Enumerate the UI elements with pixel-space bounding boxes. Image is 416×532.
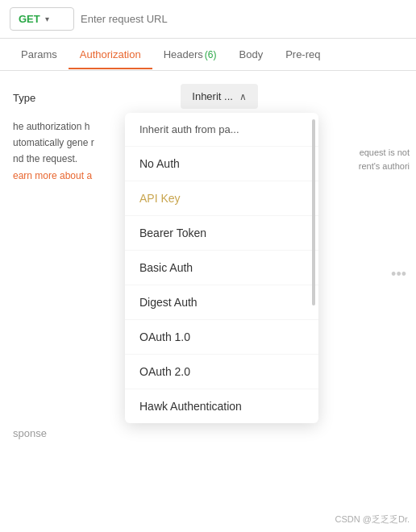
method-selector[interactable]: GET ▾ [10,7,74,31]
learn-more-link[interactable]: earn more about a [13,170,92,181]
right-text-line1: equest is not [326,146,410,160]
desc-line2: utomatically gene r [13,137,94,148]
auth-type-dropdown-menu: Inherit auth from pa... No Auth API Key … [125,113,318,423]
tab-prereq[interactable]: Pre-req [274,40,331,69]
response-label: sponse [13,427,47,439]
url-bar: GET ▾ [0,0,416,39]
dropdown-selected-text: Inherit ... [192,90,233,102]
dropdown-item-inherit[interactable]: Inherit auth from pa... [125,113,318,147]
method-chevron-icon: ▾ [45,15,49,23]
dropdown-item-api-key[interactable]: API Key [125,181,318,216]
tab-authorization[interactable]: Authorization [69,40,152,69]
right-info-area: equest is not rent's authori [319,139,416,179]
dropdown-item-oauth1[interactable]: OAuth 1.0 [125,320,318,355]
type-label: Type [13,92,35,104]
dropdown-item-oauth2[interactable]: OAuth 2.0 [125,355,318,389]
watermark: CSDN @乏乏乏Dr. [335,513,410,526]
tabs-bar: Params Authorization Headers(6) Body Pre… [0,39,416,71]
auth-type-dropdown[interactable]: Inherit ... ∧ [181,84,258,109]
headers-badge: (6) [205,49,217,60]
dropdown-item-no-auth[interactable]: No Auth [125,147,318,181]
desc-line3: nd the request. [13,153,77,164]
tab-params[interactable]: Params [10,40,69,69]
tab-headers[interactable]: Headers(6) [152,40,228,69]
tab-body[interactable]: Body [228,40,275,69]
dropdown-item-basic-auth[interactable]: Basic Auth [125,251,318,285]
desc-line1: he authorization h [13,121,89,132]
right-decoration-dots: ••• [391,264,406,285]
dropdown-item-bearer-token[interactable]: Bearer Token [125,216,318,251]
dropdown-item-digest-auth[interactable]: Digest Auth [125,285,318,320]
http-method: GET [19,13,40,25]
dropdown-chevron-up-icon: ∧ [239,91,247,102]
main-content: Type Inherit ... ∧ he authorization h ut… [0,71,416,182]
dropdown-item-hawk-auth[interactable]: Hawk Authentication [125,389,318,423]
right-text-line2: rent's authori [326,160,410,173]
url-input[interactable] [81,13,406,25]
